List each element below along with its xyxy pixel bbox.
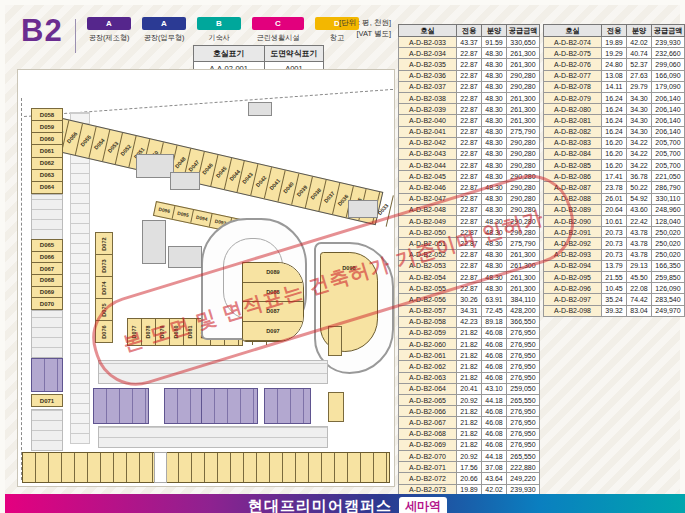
value-cell: 276,950: [507, 406, 540, 417]
room-id-cell: A-D-B2-053: [399, 260, 457, 271]
plan-service-rooms: [31, 409, 63, 451]
value-cell: 22.87: [457, 249, 482, 260]
room-id-cell: A-D-B2-060: [399, 339, 457, 350]
value-cell: 48.30: [482, 193, 507, 204]
room-id-cell: A-D-B2-039: [399, 104, 457, 115]
room-id-cell: A-D-B2-042: [399, 137, 457, 148]
legend-item-dormitory: B 기숙사: [197, 17, 241, 43]
value-cell: 48.30: [482, 216, 507, 227]
value-cell: 259,850: [652, 271, 685, 282]
room-id-cell: A-D-B2-048: [399, 204, 457, 215]
value-cell: 283,540: [652, 294, 685, 305]
room-id-cell: A-D-B2-069: [399, 439, 457, 450]
room-id-cell: A-D-B2-046: [399, 182, 457, 193]
value-cell: 179,090: [652, 81, 685, 92]
value-cell: 261,300: [507, 271, 540, 282]
table-row: A-D-B2-08920.6443.60248,960: [544, 204, 685, 215]
room-id-cell: A-D-B2-081: [544, 115, 602, 126]
table-row: A-D-B2-08416.2034.22205,700: [544, 148, 685, 159]
footer-banner: 현대프리미어캠퍼스 세마역: [5, 494, 685, 513]
plan-room: D077: [128, 319, 142, 345]
value-cell: 48.30: [482, 283, 507, 294]
table-row: A-D-B2-08116.2434.30206,140: [544, 115, 685, 126]
value-cell: 42.23: [457, 316, 482, 327]
value-cell: 206,140: [652, 126, 685, 137]
table-row: A-D-B2-09735.2474.42283,540: [544, 294, 685, 305]
value-cell: 16.24: [602, 115, 627, 126]
value-cell: 232,660: [652, 48, 685, 59]
room-id-cell: A-D-B2-067: [399, 417, 457, 428]
room-id-cell: A-D-B2-084: [544, 148, 602, 159]
legend-chip: B: [197, 17, 241, 30]
value-cell: 39.32: [602, 305, 627, 316]
plan-left-lower-units: D065D066D067D068D069D070: [31, 240, 63, 310]
room-id-cell: A-D-B2-072: [399, 473, 457, 484]
page-background: B2 A 공장(제조형) A 공장(업무형) B 기숙사 C 근린생활시설 D …: [0, 0, 685, 513]
plan-mid-column-units: D072D073D074D075D076: [95, 233, 113, 343]
room-label: D076: [101, 325, 107, 338]
value-cell: 249,970: [652, 305, 685, 316]
room-id-cell: A-D-B2-095: [544, 271, 602, 282]
value-cell: 91.59: [482, 37, 507, 48]
value-cell: 22.87: [457, 160, 482, 171]
plan-room: D078: [142, 319, 156, 345]
room-id-cell: A-D-B2-049: [399, 216, 457, 227]
value-cell: 276,950: [507, 339, 540, 350]
room-label: D048: [174, 156, 187, 170]
value-cell: 20.73: [602, 227, 627, 238]
value-cell: 206,140: [652, 104, 685, 115]
plan-core-box: [142, 220, 166, 264]
table-row: A-D-B2-07916.2434.30206,140: [544, 92, 685, 103]
value-cell: 34.30: [627, 92, 652, 103]
notation-header-room: 호실표기: [194, 46, 265, 62]
value-cell: 42.02: [627, 37, 652, 48]
value-cell: 21.82: [457, 339, 482, 350]
value-cell: 44.18: [482, 395, 507, 406]
plan-room: D072: [95, 232, 113, 255]
value-cell: 17.41: [602, 171, 627, 182]
table-row: A-D-B2-08316.2034.22205,700: [544, 137, 685, 148]
unit-note-line: [단위 : 평, 천원]: [301, 18, 391, 29]
value-cell: 21.82: [457, 327, 482, 338]
room-id-cell: A-D-B2-038: [399, 92, 457, 103]
plan-room: D075: [95, 298, 113, 321]
room-label: D054: [93, 137, 106, 151]
value-cell: 261,300: [507, 48, 540, 59]
table-row: A-D-B2-08016.2434.30206,140: [544, 104, 685, 115]
value-cell: 261,300: [507, 92, 540, 103]
plan-factory-block: [264, 388, 311, 424]
value-cell: 46.08: [482, 439, 507, 450]
table-row: A-D-B2-08723.7850.22286,790: [544, 182, 685, 193]
value-cell: 290,280: [507, 137, 540, 148]
table-row: A-D-B2-04622.8748.30290,280: [399, 182, 540, 193]
value-cell: 26.01: [602, 193, 627, 204]
value-cell: 22.87: [457, 59, 482, 70]
room-label: D096: [158, 207, 170, 214]
value-cell: 259,050: [507, 383, 540, 394]
value-cell: 330,110: [652, 193, 685, 204]
plan-room: D076: [95, 320, 113, 343]
value-cell: 128,040: [652, 216, 685, 227]
value-cell: 48.30: [482, 137, 507, 148]
value-cell: 261,300: [507, 249, 540, 260]
value-cell: 21.82: [457, 428, 482, 439]
room-id-cell: A-D-B2-077: [544, 70, 602, 81]
room-id-cell: A-D-B2-033: [399, 37, 457, 48]
value-cell: 22.87: [457, 216, 482, 227]
table-row: A-D-B2-04822.8748.30290,280: [399, 204, 540, 215]
room-label: D033: [377, 203, 390, 217]
table-row: A-D-B2-08516.2034.22205,700: [544, 160, 685, 171]
col-header-exclusive: 전용: [602, 25, 627, 37]
value-cell: 48.30: [482, 104, 507, 115]
table-row: A-D-B2-05322.8748.30261,300: [399, 260, 540, 271]
col-header-price: 공급금액: [507, 25, 540, 37]
value-cell: 22.87: [457, 204, 482, 215]
value-cell: 290,280: [507, 216, 540, 227]
room-label: D037: [323, 190, 336, 204]
room-id-cell: A-D-B2-098: [544, 305, 602, 316]
value-cell: 261,300: [507, 59, 540, 70]
plan-room: D064: [31, 181, 63, 194]
table-row: A-D-B2-03822.8748.30261,300: [399, 92, 540, 103]
price-table-left: 호실 전용 분양 공급금액 A-D-B2-03343.3791.59330,65…: [398, 24, 540, 496]
value-cell: 261,300: [507, 283, 540, 294]
